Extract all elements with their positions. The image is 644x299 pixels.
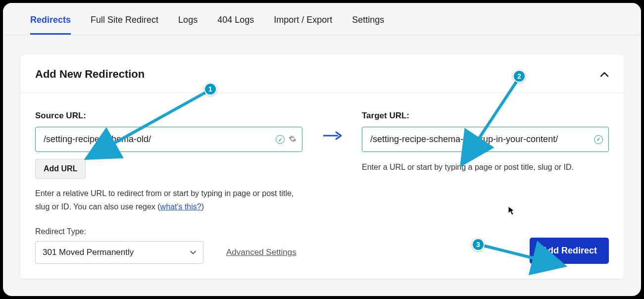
target-url-input-wrap: ✓	[362, 127, 609, 152]
check-circle-icon: ✓	[594, 135, 603, 144]
add-redirection-card: Add New Redirection Source URL: ✓ Add	[20, 55, 624, 279]
target-hint-text: Enter a URL or start by typing a page or…	[362, 161, 609, 174]
gear-icon[interactable]	[289, 135, 297, 144]
source-column: Source URL: ✓ Add URL Enter a relative U…	[35, 111, 302, 264]
tab-404-logs[interactable]: 404 Logs	[217, 15, 254, 35]
mouse-cursor-icon	[508, 206, 516, 218]
whats-this-link[interactable]: what's this?	[160, 202, 201, 211]
card-body: Source URL: ✓ Add URL Enter a relative U…	[20, 93, 624, 279]
tab-settings[interactable]: Settings	[352, 15, 384, 35]
redirect-type-label: Redirect Type:	[35, 227, 302, 236]
tab-redirects[interactable]: Redirects	[30, 15, 71, 35]
source-url-input-wrap: ✓	[35, 127, 302, 152]
target-input-icons: ✓	[594, 135, 603, 144]
source-url-input[interactable]	[35, 127, 302, 152]
tabs-bar: Redirects Full Site Redirect Logs 404 Lo…	[3, 3, 641, 35]
check-circle-icon: ✓	[276, 135, 285, 144]
add-url-button[interactable]: Add URL	[35, 159, 86, 179]
target-url-label: Target URL:	[362, 111, 609, 121]
source-input-icons: ✓	[276, 135, 297, 144]
tab-full-site-redirect[interactable]: Full Site Redirect	[91, 15, 158, 35]
tab-import-export[interactable]: Import / Export	[274, 15, 332, 35]
card-header: Add New Redirection	[20, 55, 624, 93]
redirect-manager-window: Redirects Full Site Redirect Logs 404 Lo…	[3, 3, 641, 296]
source-url-label: Source URL:	[35, 111, 302, 121]
advanced-settings-link[interactable]: Advanced Settings	[226, 248, 297, 257]
source-hint-after: )	[201, 202, 204, 211]
tab-logs[interactable]: Logs	[178, 15, 198, 35]
target-url-input[interactable]	[362, 127, 609, 152]
source-hint-text: Enter a relative URL to redirect from or…	[35, 187, 302, 213]
arrow-right-icon	[321, 131, 343, 144]
arrow-column	[317, 111, 347, 264]
redirect-type-select[interactable]: 301 Moved Permanently	[35, 241, 203, 264]
redirect-type-value: 301 Moved Permanently	[43, 248, 134, 257]
add-redirect-button[interactable]: Add Redirect	[530, 238, 609, 264]
chevron-down-icon	[190, 249, 196, 256]
card-title: Add New Redirection	[35, 68, 145, 81]
chevron-up-icon[interactable]	[600, 69, 609, 80]
redirect-type-row: 301 Moved Permanently Advanced Settings	[35, 241, 302, 264]
